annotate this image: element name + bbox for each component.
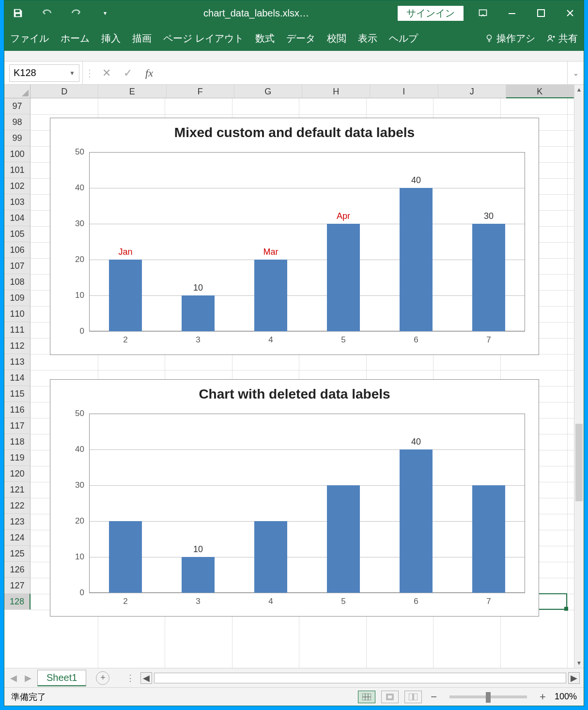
- column-header-J[interactable]: J: [438, 85, 506, 98]
- row-header-105[interactable]: 105: [4, 226, 31, 242]
- row-header-103[interactable]: 103: [4, 194, 31, 210]
- view-page-layout-button[interactable]: [381, 691, 399, 703]
- row-header-114[interactable]: 114: [4, 370, 31, 386]
- expand-formula-bar-icon[interactable]: ⌄: [567, 62, 584, 84]
- qat-customize-icon[interactable]: ▾: [95, 3, 115, 23]
- scroll-thumb[interactable]: [575, 424, 583, 501]
- row-header-110[interactable]: 110: [4, 306, 31, 322]
- sheet-tab-sheet1[interactable]: Sheet1: [37, 670, 86, 686]
- row-header-102[interactable]: 102: [4, 178, 31, 194]
- row-header-127[interactable]: 127: [4, 578, 31, 594]
- bar[interactable]: [254, 260, 287, 331]
- tab-help[interactable]: ヘルプ: [389, 32, 418, 45]
- row-header-119[interactable]: 119: [4, 450, 31, 466]
- bar[interactable]: [472, 224, 505, 331]
- cells-area[interactable]: Mixed custom and default data labels0102…: [31, 98, 574, 668]
- splitter-icon[interactable]: ⋮: [123, 673, 139, 683]
- hscroll-right-icon[interactable]: ▶: [568, 672, 580, 684]
- redo-icon[interactable]: [66, 3, 86, 23]
- row-header-101[interactable]: 101: [4, 162, 31, 178]
- bar[interactable]: [109, 260, 142, 331]
- row-header-116[interactable]: 116: [4, 402, 31, 418]
- row-header-104[interactable]: 104: [4, 210, 31, 226]
- row-header-99[interactable]: 99: [4, 130, 31, 146]
- signin-button[interactable]: サインイン: [398, 6, 464, 21]
- sheet-nav-next-icon[interactable]: ▶: [23, 673, 33, 683]
- maximize-icon[interactable]: [531, 3, 551, 23]
- chart-0[interactable]: Mixed custom and default data labels0102…: [50, 118, 539, 355]
- sheet-nav-prev-icon[interactable]: ◀: [8, 673, 19, 683]
- row-header-126[interactable]: 126: [4, 562, 31, 578]
- scroll-up-icon[interactable]: ▲: [574, 85, 584, 94]
- row-header-125[interactable]: 125: [4, 546, 31, 562]
- column-header-D[interactable]: D: [31, 85, 98, 98]
- column-header-I[interactable]: I: [370, 85, 438, 98]
- row-header-100[interactable]: 100: [4, 146, 31, 162]
- tab-draw[interactable]: 描画: [132, 32, 152, 45]
- row-header-111[interactable]: 111: [4, 322, 31, 338]
- row-header-113[interactable]: 113: [4, 354, 31, 370]
- row-header-115[interactable]: 115: [4, 386, 31, 402]
- column-header-E[interactable]: E: [98, 85, 166, 98]
- select-all-corner[interactable]: [4, 85, 31, 98]
- view-page-break-button[interactable]: [404, 691, 422, 703]
- row-header-98[interactable]: 98: [4, 114, 31, 130]
- bar[interactable]: [327, 224, 360, 331]
- hscroll-left-icon[interactable]: ◀: [140, 672, 152, 684]
- column-header-K[interactable]: K: [506, 85, 574, 98]
- new-sheet-button[interactable]: +: [96, 671, 109, 685]
- minimize-icon[interactable]: [502, 3, 522, 23]
- zoom-in-button[interactable]: +: [537, 691, 549, 703]
- undo-icon[interactable]: [37, 3, 57, 23]
- worksheet-grid[interactable]: DEFGHIJK 9798991001011021031041051061071…: [4, 85, 584, 668]
- row-header-124[interactable]: 124: [4, 530, 31, 546]
- tab-data[interactable]: データ: [286, 32, 315, 45]
- ribbon-display-icon[interactable]: [473, 3, 493, 23]
- view-normal-button[interactable]: [358, 691, 375, 703]
- row-header-108[interactable]: 108: [4, 274, 31, 290]
- row-header-112[interactable]: 112: [4, 338, 31, 354]
- column-header-G[interactable]: G: [234, 85, 302, 98]
- row-header-109[interactable]: 109: [4, 290, 31, 306]
- tab-file[interactable]: ファイル: [10, 32, 49, 45]
- tab-formulas[interactable]: 数式: [255, 32, 275, 45]
- tab-insert[interactable]: 挿入: [101, 32, 121, 45]
- row-header-107[interactable]: 107: [4, 258, 31, 274]
- fx-icon[interactable]: fx: [139, 67, 160, 79]
- row-header-118[interactable]: 118: [4, 434, 31, 450]
- row-header-117[interactable]: 117: [4, 418, 31, 434]
- bar[interactable]: [400, 449, 433, 593]
- tab-home[interactable]: ホーム: [61, 32, 90, 45]
- bar[interactable]: [400, 188, 433, 331]
- vertical-scrollbar[interactable]: ▲ ▼: [574, 85, 584, 668]
- zoom-slider[interactable]: [449, 695, 527, 698]
- save-icon[interactable]: [8, 3, 28, 23]
- horizontal-scrollbar[interactable]: [154, 673, 566, 683]
- name-box[interactable]: K128▼: [9, 64, 79, 82]
- zoom-level[interactable]: 100%: [555, 692, 577, 702]
- tab-view[interactable]: 表示: [358, 32, 377, 45]
- formula-input[interactable]: [160, 64, 567, 82]
- bar[interactable]: [472, 485, 505, 593]
- zoom-out-button[interactable]: −: [428, 691, 440, 703]
- row-header-123[interactable]: 123: [4, 514, 31, 530]
- bar[interactable]: [182, 557, 215, 593]
- bar[interactable]: [254, 521, 287, 593]
- row-header-97[interactable]: 97: [4, 98, 31, 114]
- chart-1[interactable]: Chart with deleted data labels0102030405…: [50, 379, 539, 617]
- row-header-106[interactable]: 106: [4, 242, 31, 258]
- row-header-128[interactable]: 128: [4, 594, 31, 610]
- scroll-down-icon[interactable]: ▼: [574, 658, 584, 668]
- bar[interactable]: [182, 295, 215, 331]
- row-header-121[interactable]: 121: [4, 482, 31, 498]
- row-header-120[interactable]: 120: [4, 466, 31, 482]
- chevron-down-icon[interactable]: ▼: [69, 70, 75, 77]
- column-header-H[interactable]: H: [302, 85, 370, 98]
- tab-review[interactable]: 校閲: [327, 32, 346, 45]
- tell-me-button[interactable]: 操作アシ: [485, 32, 535, 45]
- share-button[interactable]: 共有: [547, 32, 578, 45]
- column-header-F[interactable]: F: [167, 85, 234, 98]
- bar[interactable]: [327, 485, 360, 593]
- row-header-122[interactable]: 122: [4, 498, 31, 514]
- bar[interactable]: [109, 521, 142, 593]
